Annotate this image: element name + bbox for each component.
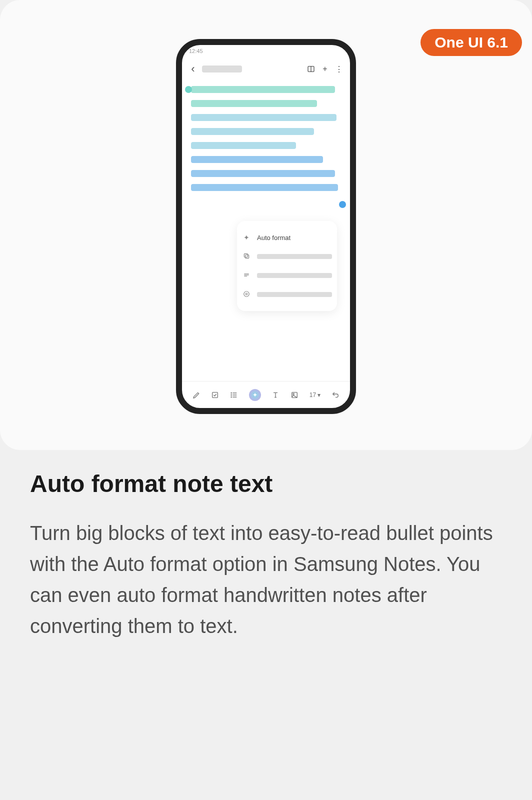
svg-rect-2 bbox=[246, 254, 249, 258]
feature-title: Auto format note text bbox=[30, 470, 502, 498]
title-placeholder bbox=[202, 66, 242, 72]
undo-icon[interactable] bbox=[332, 391, 340, 399]
phone-mock: 12:45 ‹ + ⋮ ✦ Auto format bbox=[176, 39, 356, 414]
feature-description: Auto format note text Turn big blocks of… bbox=[30, 470, 502, 642]
back-icon[interactable]: ‹ bbox=[188, 62, 198, 76]
svg-point-15 bbox=[231, 396, 232, 397]
feature-card: One UI 6.1 12:45 ‹ + ⋮ ✦ Auto format bbox=[0, 0, 532, 450]
svg-point-14 bbox=[231, 394, 232, 395]
selection-start-handle[interactable] bbox=[185, 86, 192, 93]
clock: 12:45 bbox=[189, 48, 203, 54]
selected-text-line bbox=[191, 156, 323, 163]
menu-item[interactable] bbox=[242, 285, 332, 304]
settings-icon bbox=[242, 290, 251, 299]
menu-label: Auto format bbox=[257, 234, 290, 242]
strike-icon bbox=[242, 272, 251, 280]
selected-text-line bbox=[191, 100, 317, 107]
add-icon[interactable]: + bbox=[320, 64, 330, 74]
selected-text-line bbox=[191, 128, 314, 135]
svg-point-13 bbox=[231, 392, 232, 393]
checkbox-icon[interactable] bbox=[211, 391, 219, 399]
bottom-toolbar: ✦ 17 ▾ bbox=[182, 381, 350, 408]
menu-placeholder bbox=[257, 292, 332, 297]
svg-rect-9 bbox=[212, 392, 218, 398]
text-tool-icon[interactable] bbox=[272, 391, 280, 399]
copy-icon bbox=[242, 252, 251, 261]
sparkle-icon: ✦ bbox=[242, 234, 251, 242]
font-size-button[interactable]: 17 ▾ bbox=[310, 392, 321, 398]
selected-text-line bbox=[191, 184, 338, 191]
menu-item-auto-format[interactable]: ✦ Auto format bbox=[242, 228, 332, 247]
selected-text-line bbox=[191, 114, 336, 121]
svg-point-8 bbox=[244, 291, 250, 296]
list-icon[interactable] bbox=[230, 391, 238, 399]
selection-end-handle[interactable] bbox=[339, 201, 346, 208]
app-bar: ‹ + ⋮ bbox=[182, 57, 350, 81]
reader-mode-icon[interactable] bbox=[306, 64, 316, 74]
svg-rect-3 bbox=[244, 254, 248, 257]
feature-body: Turn big blocks of text into easy-to-rea… bbox=[30, 518, 502, 642]
selected-text-line bbox=[191, 142, 296, 149]
menu-placeholder bbox=[257, 254, 332, 259]
status-bar: 12:45 bbox=[182, 45, 350, 57]
more-icon[interactable]: ⋮ bbox=[334, 64, 344, 74]
menu-item[interactable] bbox=[242, 266, 332, 285]
version-badge: One UI 6.1 bbox=[420, 29, 522, 56]
context-menu: ✦ Auto format bbox=[237, 221, 337, 311]
ai-assist-icon[interactable]: ✦ bbox=[249, 389, 261, 401]
pen-icon[interactable] bbox=[192, 391, 200, 399]
svg-point-20 bbox=[293, 393, 294, 394]
note-content: ✦ Auto format bbox=[182, 81, 350, 203]
selected-text-line bbox=[191, 170, 335, 177]
svg-point-7 bbox=[246, 293, 248, 295]
menu-placeholder bbox=[257, 273, 332, 278]
menu-item[interactable] bbox=[242, 247, 332, 266]
selected-text-line bbox=[191, 86, 335, 93]
image-icon[interactable] bbox=[290, 391, 298, 399]
